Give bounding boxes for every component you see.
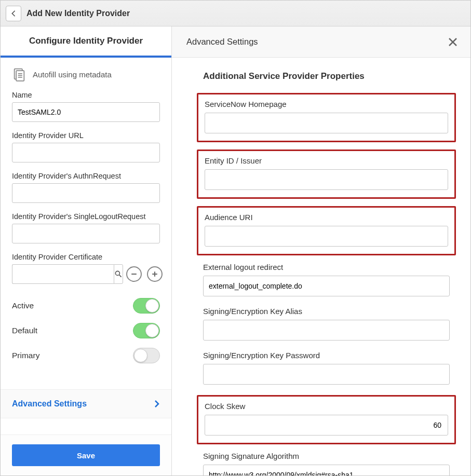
key-password-input[interactable] <box>203 364 450 385</box>
svg-point-5 <box>115 271 119 275</box>
cert-lookup-button[interactable] <box>114 264 123 284</box>
autofill-metadata-link[interactable]: Autofill using metadata <box>12 67 160 81</box>
cert-input[interactable] <box>12 264 114 284</box>
audience-uri-input[interactable] <box>205 226 448 247</box>
entity-id-label: Entity ID / Issuer <box>205 156 448 165</box>
clock-skew-label: Clock Skew <box>205 402 448 411</box>
save-button[interactable]: Save <box>12 444 160 466</box>
primary-toggle[interactable] <box>133 348 160 363</box>
search-icon <box>114 270 123 278</box>
close-button[interactable] <box>446 35 460 49</box>
clock-skew-input[interactable] <box>205 415 448 436</box>
close-icon <box>448 37 458 47</box>
default-label: Default <box>12 326 37 335</box>
titlebar: Add New Identity Provider <box>1 1 470 26</box>
chevron-left-icon <box>11 10 16 17</box>
authn-input[interactable] <box>12 183 160 203</box>
configure-panel: Configure Identity Provider Autofill usi… <box>1 26 172 475</box>
section-title: Additional Service Provider Properties <box>203 71 450 81</box>
plus-icon <box>151 270 159 278</box>
slo-input[interactable] <box>12 224 160 243</box>
chevron-right-icon <box>154 400 160 408</box>
external-logout-label: External logout redirect <box>203 263 450 271</box>
active-toggle[interactable] <box>133 298 160 314</box>
signature-algo-input[interactable] <box>203 465 450 475</box>
active-label: Active <box>12 301 34 310</box>
primary-label: Primary <box>12 351 39 360</box>
key-alias-label: Signing/Encryption Key Alias <box>203 307 450 316</box>
authn-label: Identity Provider's AuthnRequest <box>12 172 160 180</box>
slo-label: Identity Provider's SingleLogoutRequest <box>12 212 160 221</box>
key-alias-input[interactable] <box>203 320 450 341</box>
servicenow-homepage-input[interactable] <box>205 113 448 133</box>
key-password-label: Signing/Encryption Key Password <box>203 351 450 360</box>
advanced-settings-label: Advanced Settings <box>12 399 87 409</box>
audience-uri-label: Audience URI <box>205 213 448 222</box>
name-label: Name <box>12 91 160 99</box>
idp-url-input[interactable] <box>12 143 160 162</box>
advanced-settings-title: Advanced Settings <box>186 37 258 47</box>
advanced-settings-link[interactable]: Advanced Settings <box>1 389 171 418</box>
external-logout-input[interactable] <box>203 276 450 296</box>
advanced-settings-panel: Advanced Settings Additional Service Pro… <box>172 26 470 475</box>
entity-id-input[interactable] <box>205 169 448 190</box>
minus-icon <box>130 270 138 278</box>
page-title: Add New Identity Provider <box>26 9 130 18</box>
cert-label: Identity Provider Certificate <box>12 253 160 261</box>
default-toggle[interactable] <box>133 323 160 338</box>
document-icon <box>12 67 26 81</box>
remove-cert-button[interactable] <box>126 266 142 282</box>
autofill-label: Autofill using metadata <box>33 70 112 79</box>
servicenow-homepage-label: ServiceNow Homepage <box>205 100 448 108</box>
svg-line-6 <box>119 275 122 277</box>
add-cert-button[interactable] <box>147 266 163 282</box>
configure-panel-title: Configure Identity Provider <box>1 26 171 58</box>
signature-algo-label: Signing Signature Algorithm <box>203 452 450 460</box>
name-input[interactable] <box>12 102 160 122</box>
back-button[interactable] <box>6 6 21 21</box>
add-identity-provider-window: Add New Identity Provider Configure Iden… <box>0 0 471 476</box>
idp-url-label: Identity Provider URL <box>12 131 160 140</box>
